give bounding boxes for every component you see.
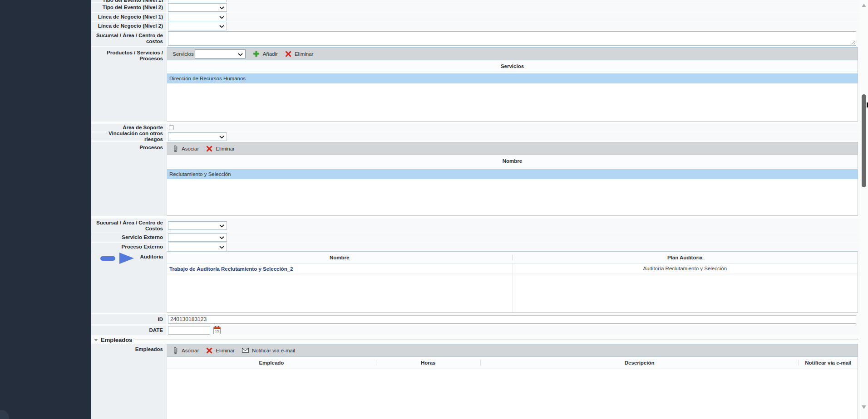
table-row-selected[interactable]: Reclutamiento y Selección [167,169,858,179]
empleados-section-header[interactable]: Empleados [91,337,860,343]
linea-negocio-nivel-1-select[interactable] [168,13,227,21]
chevron-down-icon [219,16,224,19]
proceso-externo-select[interactable] [168,243,227,251]
field-label: Productos / Servicios / Procesos [91,47,166,122]
envelope-icon [242,348,249,353]
field-label: Línea de Negocio (Nivel 1) [91,13,166,21]
eliminar-button[interactable]: Eliminar [285,51,314,57]
chevron-down-icon [238,53,243,56]
paperclip-icon [173,145,178,152]
field-label: Empleados [91,344,166,419]
field-label: Servicio Externo [91,233,166,242]
form-row-linea-negocio-nivel-2: Línea de Negocio (Nivel 2) [91,22,860,30]
servicios-selector[interactable] [195,49,246,58]
chevron-down-icon [219,6,224,10]
delete-x-icon [206,347,212,354]
sidebar [0,0,91,419]
auditoria-link[interactable]: Trabajo de Auditoría Reclutamiento y Sel… [169,266,293,272]
date-input[interactable] [168,326,210,335]
form-row-proceso-externo: Proceso Externo [91,243,860,251]
tipo-evento-nivel-1-select[interactable] [168,0,227,2]
scroll-up-arrow[interactable] [862,4,866,7]
field-label: Sucursal / Área / Centro de Costos [91,219,166,233]
section-title: Empleados [101,336,132,343]
tipo-evento-nivel-2-select[interactable] [168,3,227,12]
asociar-button[interactable]: Asociar [173,145,199,152]
table-row-selected[interactable]: Dirección de Recursos Humanos [167,73,858,83]
notificar-email-button[interactable]: Notificar vía e-mail [242,348,295,353]
form-row-procesos: Procesos Asociar Eliminar Nom [91,142,860,216]
area-soporte-checkbox[interactable] [169,125,174,130]
form-row-servicio-externo: Servicio Externo [91,233,860,242]
field-label: Línea de Negocio (Nivel 2) [91,22,166,30]
linea-negocio-nivel-2-select[interactable] [168,22,227,30]
section-divider-line [135,340,858,340]
column-divider [513,263,513,312]
auditoria-table-body: Trabajo de Auditoría Reclutamiento y Sel… [167,263,858,312]
auditoria-table-header: Nombre Plan Auditoría [167,252,858,263]
delete-x-icon [206,146,212,152]
servicios-table-body: Dirección de Recursos Humanos [167,72,858,121]
form-row-linea-negocio-nivel-1: Línea de Negocio (Nivel 1) [91,13,860,21]
form-row-tipo-evento-nivel-1-partial: Tipo del Evento (Nivel 1) [91,0,860,2]
chevron-down-icon [219,236,224,239]
anadir-button[interactable]: Añadir [253,50,278,57]
procesos-toolbar: Asociar Eliminar [167,142,858,155]
field-label: DATE [91,326,166,335]
chevron-down-icon [219,224,224,228]
calendar-icon[interactable]: 15 [213,326,221,334]
servicio-externo-select[interactable] [168,233,227,242]
servicios-table-header: Servicios [167,60,858,72]
form-row-vinculacion-otros-riesgos: Vinculación con otros riesgos [91,132,860,141]
id-input[interactable] [168,315,856,324]
form-row-productos-servicios-procesos: Productos / Servicios / Procesos Servici… [91,47,860,122]
paperclip-icon [173,346,178,354]
field-label: Proceso Externo [91,243,166,251]
chevron-down-icon [219,136,224,139]
form-area: Tipo del Evento (Nivel 1) Tipo del Event… [91,0,860,419]
vertical-scrollbar[interactable] [860,0,868,419]
procesos-table-body: Reclutamiento y Selección [167,167,858,215]
empleados-table-body [167,369,858,419]
chevron-down-icon [219,246,224,249]
eliminar-button[interactable]: Eliminar [206,347,235,354]
field-label: Sucursal / Área / Centro de costos [91,31,166,46]
auditoria-groupbox: Nombre Plan Auditoría Trabajo de Auditor… [167,251,858,313]
annotation-arrow-head [119,253,134,264]
annotation-arrow [100,253,134,264]
resize-handle-icon[interactable] [851,41,855,45]
eliminar-button[interactable]: Eliminar [206,146,235,152]
asociar-button[interactable]: Asociar [173,346,199,354]
form-row-date: DATE 15 [91,326,860,335]
field-label: Auditoría [91,251,166,313]
chevron-down-icon [219,25,224,28]
form-row-auditoria: Auditoría Nombre Plan Auditoría Trabajo … [91,251,860,313]
servicios-selector-label: Servicios [173,51,194,57]
plus-icon [253,50,260,57]
vinculacion-otros-riesgos-select[interactable] [168,132,227,141]
form-row-id: ID [91,314,860,324]
annotation-arrow-bar [100,256,115,261]
empleados-toolbar: Asociar Eliminar Notificar vía e-mail [167,344,858,357]
form-row-sucursal-area-centro-costos-2: Sucursal / Área / Centro de Costos [91,219,860,233]
sidebar-decoration [0,410,9,419]
scrollbar-thumb[interactable] [862,94,866,187]
application-window: Tipo del Evento (Nivel 1) Tipo del Event… [0,0,868,419]
plan-auditoria-cell: Auditoría Reclutamiento y Selección [513,266,858,271]
form-row-area-soporte: Área de Soporte [91,124,860,132]
field-label: Tipo del Evento (Nivel 1) [91,0,166,2]
procesos-groupbox: Asociar Eliminar Nombre Reclutamiento y … [167,142,858,216]
field-label: ID [91,314,166,324]
procesos-table-header: Nombre [167,155,858,167]
sucursal-area-centro-costos-textarea[interactable] [168,31,856,46]
scroll-down-arrow[interactable] [862,405,866,409]
collapse-triangle-icon [94,339,98,341]
delete-x-icon [285,51,291,57]
form-row-sucursal-area-centro-costos: Sucursal / Área / Centro de costos [91,31,860,46]
field-label: Vinculación con otros riesgos [91,132,166,141]
productos-groupbox: Servicios Añadir Eliminar [167,47,858,122]
sucursal-area-centro-costos-select[interactable] [168,221,227,230]
field-label: Tipo del Evento (Nivel 2) [91,3,166,12]
empleados-table-header: Empleado Horas Descripción Notificar vía… [167,357,858,369]
productos-toolbar: Servicios Añadir Eliminar [167,48,858,60]
